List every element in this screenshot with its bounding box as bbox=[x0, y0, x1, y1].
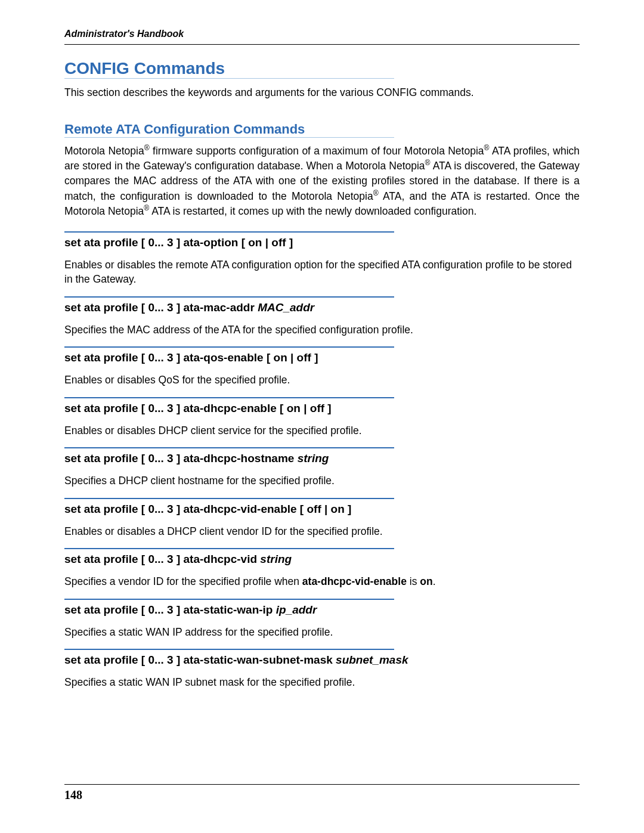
subsection-title: Remote ATA Configuration Commands bbox=[64, 122, 394, 138]
command-description: Specifies a vendor ID for the specified … bbox=[64, 574, 580, 589]
command-block: set ata profile [ 0... 3 ] ata-mac-addr … bbox=[64, 296, 580, 337]
command-description: Enables or disables a DHCP client vendor… bbox=[64, 524, 580, 539]
command-title: set ata profile [ 0... 3 ] ata-dhcpc-hos… bbox=[64, 452, 580, 465]
command-description: Enables or disables DHCP client service … bbox=[64, 423, 580, 438]
command-description: Specifies a static WAN IP address for th… bbox=[64, 625, 580, 640]
command-title: set ata profile [ 0... 3 ] ata-dhcpc-vid… bbox=[64, 553, 580, 566]
page-container: Administrator's Handbook CONFIG Commands… bbox=[0, 0, 644, 735]
command-block: set ata profile [ 0... 3 ] ata-dhcpc-vid… bbox=[64, 498, 580, 539]
command-divider bbox=[64, 296, 394, 298]
footer-divider bbox=[64, 784, 580, 785]
command-block: set ata profile [ 0... 3 ] ata-option [ … bbox=[64, 231, 580, 287]
command-title: set ata profile [ 0... 3 ] ata-static-wa… bbox=[64, 654, 580, 667]
command-divider bbox=[64, 498, 394, 499]
page-footer: 148 bbox=[64, 784, 580, 802]
command-block: set ata profile [ 0... 3 ] ata-qos-enabl… bbox=[64, 346, 580, 388]
commands-list: set ata profile [ 0... 3 ] ata-option [ … bbox=[64, 231, 580, 690]
command-title: set ata profile [ 0... 3 ] ata-qos-enabl… bbox=[64, 351, 580, 364]
command-description: Enables or disables QoS for the specifie… bbox=[64, 373, 580, 388]
command-divider bbox=[64, 346, 394, 348]
command-divider bbox=[64, 649, 394, 650]
command-divider bbox=[64, 548, 394, 549]
command-block: set ata profile [ 0... 3 ] ata-dhcpc-hos… bbox=[64, 447, 580, 488]
command-block: set ata profile [ 0... 3 ] ata-static-wa… bbox=[64, 599, 580, 640]
command-description: Specifies a static WAN IP subnet mask fo… bbox=[64, 675, 580, 690]
command-divider bbox=[64, 231, 394, 233]
command-block: set ata profile [ 0... 3 ] ata-static-wa… bbox=[64, 649, 580, 690]
section-title-wrap: CONFIG Commands bbox=[64, 59, 580, 82]
running-header: Administrator's Handbook bbox=[64, 29, 580, 39]
header-divider bbox=[64, 44, 580, 45]
command-title: set ata profile [ 0... 3 ] ata-mac-addr … bbox=[64, 301, 580, 314]
command-title: set ata profile [ 0... 3 ] ata-dhcpc-vid… bbox=[64, 503, 580, 516]
subsection-paragraph: Motorola Netopia® firmware supports conf… bbox=[64, 144, 580, 219]
command-title: set ata profile [ 0... 3 ] ata-option [ … bbox=[64, 236, 580, 249]
command-divider bbox=[64, 397, 394, 398]
command-title: set ata profile [ 0... 3 ] ata-dhcpc-ena… bbox=[64, 402, 580, 415]
command-title: set ata profile [ 0... 3 ] ata-static-wa… bbox=[64, 603, 580, 617]
command-divider bbox=[64, 447, 394, 448]
command-description: Specifies the MAC address of the ATA for… bbox=[64, 323, 580, 337]
section-intro: This section describes the keywords and … bbox=[64, 86, 580, 100]
command-block: set ata profile [ 0... 3 ] ata-dhcpc-ena… bbox=[64, 397, 580, 438]
page-number: 148 bbox=[64, 788, 580, 802]
command-block: set ata profile [ 0... 3 ] ata-dhcpc-vid… bbox=[64, 548, 580, 589]
section-title: CONFIG Commands bbox=[64, 59, 394, 79]
command-description: Enables or disables the remote ATA confi… bbox=[64, 258, 580, 287]
subsection-title-wrap: Remote ATA Configuration Commands bbox=[64, 122, 580, 144]
command-description: Specifies a DHCP client hostname for the… bbox=[64, 473, 580, 488]
command-divider bbox=[64, 599, 394, 600]
